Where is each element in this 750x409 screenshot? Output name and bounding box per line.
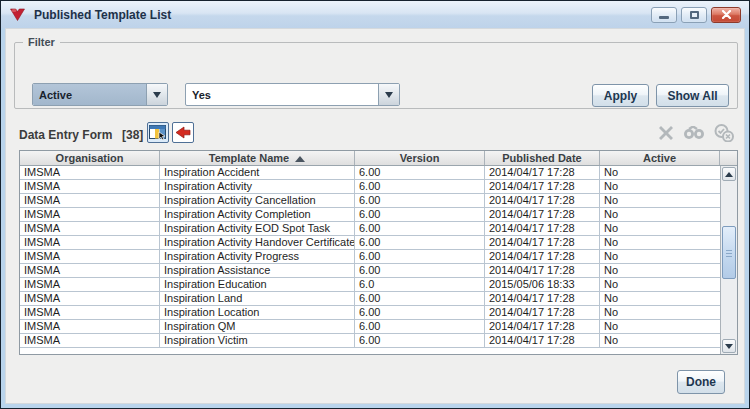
cell-organisation: IMSMA <box>20 264 160 277</box>
import-template-button[interactable] <box>172 122 194 143</box>
cell-organisation: IMSMA <box>20 180 160 193</box>
show-all-button[interactable]: Show All <box>656 84 729 107</box>
table-row[interactable]: IMSMA Inspiration Location 6.00 2014/04/… <box>20 306 720 320</box>
cell-version: 6.00 <box>355 292 485 305</box>
table-row[interactable]: IMSMA Inspiration Assistance 6.00 2014/0… <box>20 264 720 278</box>
cell-template-name: Inspiration Activity EOD Spot Task <box>160 222 355 235</box>
cell-published-date: 2014/04/17 17:28 <box>485 320 600 333</box>
table-row[interactable]: IMSMA Inspiration Activity Cancellation … <box>20 194 720 208</box>
cell-active: No <box>600 180 720 193</box>
cell-template-name: Inspiration Activity Completion <box>160 208 355 221</box>
cell-organisation: IMSMA <box>20 278 160 291</box>
table-row[interactable]: IMSMA Inspiration Victim 6.00 2014/04/17… <box>20 334 720 348</box>
cell-published-date: 2014/04/17 17:28 <box>485 194 600 207</box>
cell-template-name: Inspiration Victim <box>160 334 355 347</box>
cell-organisation: IMSMA <box>20 320 160 333</box>
table-row[interactable]: IMSMA Inspiration Activity Progress 6.00… <box>20 250 720 264</box>
cell-active: No <box>600 208 720 221</box>
table-row[interactable]: IMSMA Inspiration Activity 6.00 2014/04/… <box>20 180 720 194</box>
sort-ascending-icon <box>295 156 305 162</box>
cell-version: 6.00 <box>355 166 485 179</box>
cell-template-name: Inspiration QM <box>160 320 355 333</box>
cell-organisation: IMSMA <box>20 208 160 221</box>
column-header-template-name[interactable]: Template Name <box>160 151 355 165</box>
published-template-list-window: Published Template List Filter Active Ye… <box>0 0 750 409</box>
filter-value-dropdown[interactable]: Yes <box>185 83 400 106</box>
column-header-version[interactable]: Version <box>355 151 485 165</box>
filter-field-dropdown[interactable]: Active <box>32 83 168 106</box>
close-icon <box>722 10 731 19</box>
thumb-grip <box>726 250 732 257</box>
close-button[interactable] <box>711 7 741 23</box>
cell-active: No <box>600 222 720 235</box>
table-row[interactable]: IMSMA Inspiration Activity Completion 6.… <box>20 208 720 222</box>
column-header-published-date[interactable]: Published Date <box>485 151 600 165</box>
column-header-active[interactable]: Active <box>600 151 720 165</box>
cell-published-date: 2014/04/17 17:28 <box>485 306 600 319</box>
cell-organisation: IMSMA <box>20 250 160 263</box>
done-button[interactable]: Done <box>677 370 725 394</box>
cell-template-name: Inspiration Education <box>160 278 355 291</box>
chevron-down-icon <box>153 92 161 98</box>
cell-organisation: IMSMA <box>20 236 160 249</box>
cell-published-date: 2014/04/17 17:28 <box>485 208 600 221</box>
cell-organisation: IMSMA <box>20 222 160 235</box>
table-row[interactable]: IMSMA Inspiration Accident 6.00 2014/04/… <box>20 166 720 180</box>
cell-active: No <box>600 194 720 207</box>
table-body: IMSMA Inspiration Accident 6.00 2014/04/… <box>20 166 720 354</box>
cell-published-date: 2014/04/17 17:28 <box>485 264 600 277</box>
table-row[interactable]: IMSMA Inspiration Activity Handover Cert… <box>20 236 720 250</box>
dropdown-arrow-button[interactable] <box>146 84 167 105</box>
filter-field-value: Active <box>33 84 146 105</box>
delete-icon[interactable] <box>658 125 674 141</box>
cell-published-date: 2014/04/17 17:28 <box>485 292 600 305</box>
data-entry-form-icon <box>149 125 167 140</box>
data-entry-form-label: Data Entry Form <box>19 128 112 142</box>
scroll-up-button[interactable] <box>722 167 736 181</box>
cell-active: No <box>600 292 720 305</box>
cell-version: 6.00 <box>355 320 485 333</box>
cell-version: 6.00 <box>355 222 485 235</box>
data-entry-form-view-button[interactable] <box>147 122 169 143</box>
imsma-logo-icon <box>9 7 27 23</box>
cell-version: 6.00 <box>355 306 485 319</box>
vertical-scrollbar[interactable] <box>720 166 737 354</box>
chevron-up-icon <box>725 172 733 177</box>
scrollbar-thumb[interactable] <box>722 226 736 279</box>
cell-version: 6.00 <box>355 194 485 207</box>
table-row[interactable]: IMSMA Inspiration Activity EOD Spot Task… <box>20 222 720 236</box>
record-count: [38] <box>122 128 143 142</box>
maximize-button[interactable] <box>681 7 707 23</box>
apply-button[interactable]: Apply <box>592 84 649 107</box>
filter-legend: Filter <box>23 36 60 48</box>
versions-icon[interactable] <box>714 124 734 142</box>
table-row[interactable]: IMSMA Inspiration Land 6.00 2014/04/17 1… <box>20 292 720 306</box>
cell-active: No <box>600 264 720 277</box>
cell-published-date: 2015/05/06 18:33 <box>485 278 600 291</box>
view-binoculars-icon[interactable] <box>683 126 705 140</box>
minimize-button[interactable] <box>651 7 677 23</box>
cell-template-name: Inspiration Activity Progress <box>160 250 355 263</box>
cell-version: 6.00 <box>355 236 485 249</box>
cell-version: 6.00 <box>355 208 485 221</box>
minimize-icon <box>659 16 669 19</box>
cell-published-date: 2014/04/17 17:28 <box>485 236 600 249</box>
disabled-actions <box>658 124 734 142</box>
title-bar: Published Template List <box>1 1 749 28</box>
dropdown-arrow-button[interactable] <box>378 84 399 105</box>
cell-organisation: IMSMA <box>20 194 160 207</box>
cell-published-date: 2014/04/17 17:28 <box>485 166 600 179</box>
table-header: Organisation Template Name Version Publi… <box>20 151 737 166</box>
cell-template-name: Inspiration Activity Handover Certificat… <box>160 236 355 249</box>
cell-active: No <box>600 250 720 263</box>
table-row[interactable]: IMSMA Inspiration QM 6.00 2014/04/17 17:… <box>20 320 720 334</box>
cell-organisation: IMSMA <box>20 334 160 347</box>
cell-active: No <box>600 306 720 319</box>
cell-version: 6.00 <box>355 334 485 347</box>
cell-active: No <box>600 334 720 347</box>
cell-template-name: Inspiration Activity <box>160 180 355 193</box>
column-header-organisation[interactable]: Organisation <box>20 151 160 165</box>
scroll-down-button[interactable] <box>722 339 736 353</box>
cell-active: No <box>600 278 720 291</box>
table-row[interactable]: IMSMA Inspiration Education 6.0 2015/05/… <box>20 278 720 292</box>
